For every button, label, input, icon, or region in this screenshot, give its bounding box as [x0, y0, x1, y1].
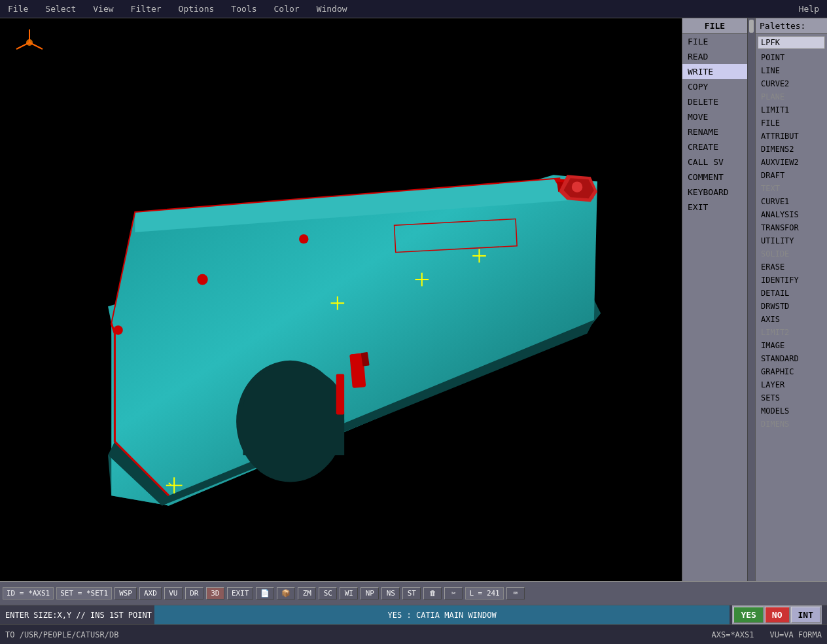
palettes-list: POINT LINE CURVE2 PLANE LIMIT1 FILE ATTR…: [756, 51, 827, 581]
palette-file[interactable]: FILE: [756, 116, 827, 130]
menu-color[interactable]: Color: [272, 3, 302, 15]
id-display: ID = *AXS1: [3, 587, 54, 599]
path-right: AXS=*AXS1 VU=VA FORMA: [711, 630, 822, 639]
file-panel: FILE FILE READ WRITE COPY DELETE MOVE RE…: [682, 18, 747, 581]
palette-line[interactable]: LINE: [756, 64, 827, 77]
vu-button[interactable]: VU: [164, 587, 183, 599]
dr-button[interactable]: DR: [185, 587, 203, 599]
yes-button[interactable]: YES: [733, 607, 763, 623]
3d-model: [0, 18, 682, 581]
int-button[interactable]: INT: [791, 607, 820, 623]
palette-curve1[interactable]: CURVE1: [756, 195, 827, 208]
svg-point-14: [197, 274, 208, 285]
st-button[interactable]: ST: [402, 587, 421, 599]
path-text: TO /USR/PEOPLE/CATUSR/DB: [5, 630, 118, 639]
menu-window[interactable]: Window: [314, 3, 350, 15]
status-left: ENTER SIZE:X,Y // INS 1ST POINT: [5, 611, 152, 620]
wi-button[interactable]: WI: [340, 587, 358, 599]
file-menu-exit[interactable]: EXIT: [682, 200, 747, 215]
menu-view[interactable]: View: [90, 3, 116, 15]
palette-image[interactable]: IMAGE: [756, 339, 827, 352]
3d-button[interactable]: 3D: [206, 587, 224, 599]
palette-standard[interactable]: STANDARD: [756, 352, 827, 365]
palettes-panel: Palettes: POINT LINE CURVE2 PLANE LIMIT1…: [755, 18, 827, 581]
bottom-toolbar: ID = *AXS1 SET = *SET1 WSP AXD VU DR 3D …: [0, 581, 827, 605]
palette-layer[interactable]: LAYER: [756, 378, 827, 391]
palette-limit1[interactable]: LIMIT1: [756, 103, 827, 116]
file-menu-copy[interactable]: COPY: [682, 79, 747, 94]
file-menu-list: FILE READ WRITE COPY DELETE MOVE RENAME …: [682, 34, 747, 215]
palette-curve2[interactable]: CURVE2: [756, 77, 827, 90]
palette-solide[interactable]: SOLIDE: [756, 247, 827, 260]
file-menu-write[interactable]: WRITE: [682, 64, 747, 79]
status-center: YES : CATIA MAIN WINDOW: [154, 605, 730, 624]
set-display: SET = *SET1: [56, 587, 112, 599]
palette-draft[interactable]: DRAFT: [756, 169, 827, 182]
scrollbar-thumb[interactable]: [749, 20, 754, 33]
sc-button[interactable]: SC: [319, 587, 337, 599]
file-menu-file[interactable]: FILE: [682, 34, 747, 49]
menu-tools[interactable]: Tools: [228, 3, 259, 15]
menubar: File Select View Filter Options Tools Co…: [0, 0, 827, 18]
palette-models[interactable]: MODELS: [756, 404, 827, 418]
viewport-3d[interactable]: [0, 18, 682, 581]
palette-dimens[interactable]: DIMENS: [756, 418, 827, 431]
file-menu-read[interactable]: READ: [682, 49, 747, 64]
keyboard-button[interactable]: ⌨: [506, 587, 525, 599]
palette-utility[interactable]: UTILITY: [756, 234, 827, 247]
palette-limit2[interactable]: LIMIT2: [756, 326, 827, 339]
palette-transfor[interactable]: TRANSFOR: [756, 221, 827, 234]
file-panel-header: FILE: [682, 18, 747, 34]
set-label: SET =: [60, 589, 86, 598]
box-button[interactable]: 📦: [277, 587, 295, 599]
menu-file[interactable]: File: [5, 3, 31, 15]
file-menu-move[interactable]: MOVE: [682, 109, 747, 124]
file-menu-rename[interactable]: RENAME: [682, 124, 747, 139]
palette-sets[interactable]: SETS: [756, 391, 827, 404]
palettes-header: Palettes:: [756, 18, 827, 34]
exit-button[interactable]: EXIT: [227, 587, 254, 599]
cut-button[interactable]: ✂: [444, 587, 463, 599]
palette-auxview2[interactable]: AUXVIEW2: [756, 156, 827, 169]
palette-dimens2[interactable]: DIMENS2: [756, 143, 827, 156]
zm-button[interactable]: ZM: [298, 587, 316, 599]
file-menu-comment[interactable]: COMMENT: [682, 170, 747, 185]
no-button[interactable]: NO: [765, 607, 790, 623]
file-menu-keyboard[interactable]: KEYBOARD: [682, 185, 747, 200]
svg-point-15: [113, 325, 122, 334]
palette-text[interactable]: TEXT: [756, 182, 827, 195]
menu-select[interactable]: Select: [43, 3, 79, 15]
file-menu-create[interactable]: CREATE: [682, 139, 747, 154]
menu-filter[interactable]: Filter: [128, 3, 164, 15]
set-value: *SET1: [86, 589, 108, 598]
svg-point-35: [572, 181, 583, 192]
l-value: 241: [487, 589, 500, 598]
ns-button[interactable]: NS: [381, 587, 400, 599]
palette-analysis[interactable]: ANALYSIS: [756, 208, 827, 221]
wsp-button[interactable]: WSP: [114, 587, 137, 599]
palette-detail[interactable]: DETAIL: [756, 287, 827, 300]
id-value: *AXS1: [28, 589, 50, 598]
trash-button[interactable]: 🗑: [423, 587, 442, 599]
file-menu-callsv[interactable]: CALL SV: [682, 154, 747, 170]
file-menu-delete[interactable]: DELETE: [682, 94, 747, 109]
palette-drwstd[interactable]: DRWSTD: [756, 300, 827, 313]
menu-options[interactable]: Options: [176, 3, 217, 15]
doc-button[interactable]: 📄: [256, 587, 274, 599]
palette-axis[interactable]: AXIS: [756, 313, 827, 326]
palettes-input[interactable]: [758, 36, 825, 49]
palette-attribut[interactable]: ATTRIBUT: [756, 130, 827, 143]
palette-point[interactable]: POINT: [756, 51, 827, 64]
np-button[interactable]: NP: [361, 587, 379, 599]
panel-scrollbar[interactable]: [747, 18, 755, 581]
palette-erase[interactable]: ERASE: [756, 260, 827, 274]
palette-identify[interactable]: IDENTIFY: [756, 274, 827, 287]
axd-button[interactable]: AXD: [139, 587, 162, 599]
svg-line-1: [29, 43, 43, 49]
path-bar: TO /USR/PEOPLE/CATUSR/DB AXS=*AXS1 VU=VA…: [0, 624, 827, 644]
palette-plane[interactable]: PLANE: [756, 90, 827, 103]
palette-graphic[interactable]: GRAPHIC: [756, 365, 827, 378]
status-center-text: YES : CATIA MAIN WINDOW: [388, 611, 497, 620]
menu-help[interactable]: Help: [796, 3, 822, 15]
yn-buttons: YES NO INT: [732, 605, 822, 624]
